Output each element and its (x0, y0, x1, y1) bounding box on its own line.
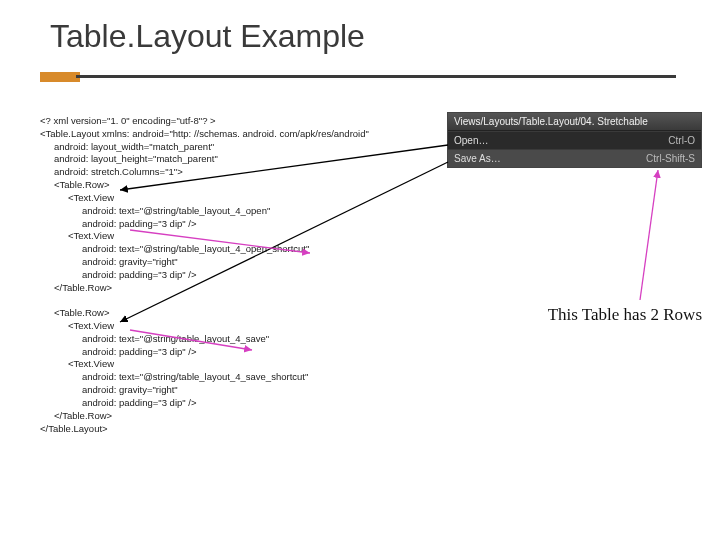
code-line: android: padding="3 dip" /> (40, 397, 700, 410)
code-line: android: text="@string/table_layout_4_sa… (40, 333, 700, 346)
code-line: android: stretch.Columns="1"> (40, 166, 700, 179)
accent-block (40, 72, 80, 82)
code-line: android: text="@string/table_layout_4_sa… (40, 371, 700, 384)
code-line: </Table.Row> (40, 282, 700, 295)
code-line: android: gravity="right" (40, 256, 700, 269)
code-line: <Text.View (40, 358, 700, 371)
title-rule (0, 61, 720, 85)
dialog-row-save: Save As… Ctrl-Shift-S (448, 149, 701, 167)
dialog-row-label: Save As… (454, 153, 501, 164)
callout-text: This Table has 2 Rows (548, 305, 702, 325)
dialog-header: Views/Layouts/Table.Layout/04. Stretchab… (448, 113, 701, 131)
code-line: android: gravity="right" (40, 384, 700, 397)
code-line: android: text="@string/table_layout_4_op… (40, 205, 700, 218)
code-line: </Table.Layout> (40, 423, 700, 436)
code-line: android: text="@string/table_layout_4_op… (40, 243, 700, 256)
slide-title: Table.Layout Example (50, 18, 680, 55)
code-line: android: padding="3 dip" /> (40, 269, 700, 282)
code-line: <Table.Row> (40, 179, 700, 192)
dialog-row-shortcut: Ctrl-Shift-S (646, 153, 695, 164)
dialog-row-shortcut: Ctrl-O (668, 135, 695, 146)
code-line: <Text.View (40, 230, 700, 243)
dialog-row-open: Open… Ctrl-O (448, 131, 701, 149)
code-line: android: padding="3 dip" /> (40, 218, 700, 231)
code-line: android: padding="3 dip" /> (40, 346, 700, 359)
dialog-row-label: Open… (454, 135, 488, 146)
code-line: <Text.View (40, 192, 700, 205)
stretchable-dialog: Views/Layouts/Table.Layout/04. Stretchab… (447, 112, 702, 168)
code-line: </Table.Row> (40, 410, 700, 423)
